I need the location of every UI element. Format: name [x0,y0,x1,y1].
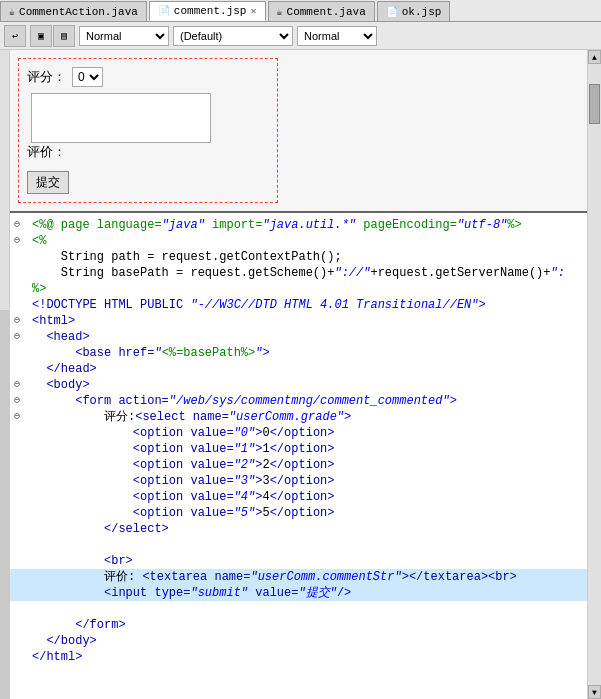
code-part: > [344,410,351,424]
code-line: %> [10,281,587,297]
preview-outer: 评分： 0 1 2 3 4 5 评价： 提交 [18,58,278,203]
collapse-btn[interactable]: ⊖ [14,329,20,345]
code-lines-container: ⊖<%@ page language="java" import="java.u… [10,217,587,665]
code-text-span: <form action="/web/sys/commentmng/commen… [32,393,457,409]
collapse-btn[interactable]: ⊖ [14,377,20,393]
left-gutter-indicator [0,310,9,699]
code-line: <option value="3">3</option> [10,473,587,489]
code-part: pageEncoding= [356,218,457,232]
code-line: <input type="submit" value="提交"/> [10,585,587,601]
line-gutter: ⊖ [14,393,28,409]
tab-comment-java[interactable]: ☕ Comment.java [268,1,375,21]
tab-comment-action[interactable]: ☕ CommentAction.java [0,1,147,21]
code-text-span: <%@ page language="java" import="java.ut… [32,217,522,233]
line-gutter: ⊖ [14,233,28,249]
code-part: </head> [32,362,97,376]
code-text-span: 评价: <textarea name="userComm.commentStr"… [32,569,517,585]
scroll-up-arrow[interactable]: ▲ [588,50,601,64]
code-part: "/web/sys/commentmng/comment_commented" [169,394,450,408]
submit-button[interactable]: 提交 [27,171,69,194]
scroll-down-arrow[interactable]: ▼ [588,685,601,699]
code-part: "submit" [190,586,248,600]
scroll-thumb[interactable] [589,84,600,124]
code-text-span: <option value="5">5</option> [32,505,334,521]
font-size-select[interactable]: (Default) [173,26,293,46]
code-part: "userComm.grade" [229,410,344,424]
code-part: 2 [262,458,269,472]
code-part: ></textarea><br> [402,570,517,584]
code-part: > [450,394,457,408]
code-part: String basePath = request.getScheme()+ [32,266,334,280]
code-text-span: <% [32,233,46,249]
code-part: <form action= [32,394,169,408]
jsp-icon: 📄 [158,5,170,17]
code-part: %> [32,282,46,296]
code-text-span: 评分:<select name="userComm.grade"> [32,409,351,425]
main-container: 评分： 0 1 2 3 4 5 评价： 提交 [0,50,601,699]
collapse-btn[interactable]: ⊖ [14,313,20,329]
close-icon[interactable]: ✕ [250,5,256,17]
code-line: ⊖ <head> [10,329,587,345]
code-part: <select name= [135,410,229,424]
code-line: <option value="1">1</option> [10,441,587,457]
code-part: </form> [32,618,126,632]
tab-ok-jsp[interactable]: 📄 ok.jsp [377,1,451,21]
code-part [32,474,133,488]
code-part: "3" [234,474,256,488]
code-part: <textarea name= [142,570,250,584]
code-text-span: </head> [32,361,97,377]
code-text-span: <head> [32,329,90,345]
code-part: <option value= [133,506,234,520]
code-line [10,537,587,553]
code-text-span: String basePath = request.getScheme()+":… [32,265,565,281]
code-part: "提交" [298,586,336,600]
code-line: ⊖<% [10,233,587,249]
code-text-span: </body> [32,633,97,649]
collapse-btn[interactable]: ⊖ [14,217,20,233]
tab-comment-jsp[interactable]: 📄 comment.jsp ✕ [149,1,266,21]
comment-textarea[interactable] [31,93,211,143]
code-pane: ⊖<%@ page language="java" import="java.u… [10,213,587,699]
toolbar-icon-btn-1[interactable]: ↩ [4,25,26,47]
code-text-span: <base href="<%=basePath%>"> [32,345,270,361]
rating-select[interactable]: 0 1 2 3 4 5 [72,67,103,87]
code-line: ⊖ 评分:<select name="userComm.grade"> [10,409,587,425]
zoom-select[interactable]: Normal [297,26,377,46]
code-line: ⊖<%@ page language="java" import="java.u… [10,217,587,233]
line-gutter: ⊖ [14,217,28,233]
tab-label: CommentAction.java [19,6,138,18]
scrollbar-right[interactable]: ▲ ▼ [587,50,601,699]
code-part: </select> [32,522,169,536]
toolbar-icon-btn-2[interactable]: ▣ [30,25,52,47]
scroll-track[interactable] [588,64,601,685]
split-icon: ▤ [61,30,67,42]
code-line: <!DOCTYPE HTML PUBLIC "-//W3C//DTD HTML … [10,297,587,313]
tab-bar: ☕ CommentAction.java 📄 comment.jsp ✕ ☕ C… [0,0,601,22]
collapse-btn[interactable]: ⊖ [14,393,20,409]
code-part: "-//W3C//DTD HTML 4.01 Transitional//EN" [190,298,478,312]
ok-icon: 📄 [386,6,398,18]
code-text-span: <br> [32,553,133,569]
code-part: <%@ page language= [32,218,162,232]
collapse-btn[interactable]: ⊖ [14,233,20,249]
code-text-span: </html> [32,649,82,665]
code-part: 评分: [32,410,135,424]
code-part: <base href= [32,346,154,360]
font-style-select[interactable]: Normal [79,26,169,46]
toolbar-icon-btn-3[interactable]: ▤ [53,25,75,47]
code-text-span: </select> [32,521,169,537]
code-line: ⊖ <body> [10,377,587,393]
code-line: </html> [10,649,587,665]
code-text-span: <input type="submit" value="提交"/> [32,585,351,601]
code-part: "4" [234,490,256,504]
code-part: <option value= [133,474,234,488]
code-part: <option value= [133,442,234,456]
collapse-btn[interactable]: ⊖ [14,409,20,425]
code-part: "://" [334,266,370,280]
code-part: 3 [262,474,269,488]
code-part: <option value= [133,490,234,504]
code-part [32,426,133,440]
code-line: <option value="2">2</option> [10,457,587,473]
code-text-span: </form> [32,617,126,633]
code-part: </html> [32,650,82,664]
